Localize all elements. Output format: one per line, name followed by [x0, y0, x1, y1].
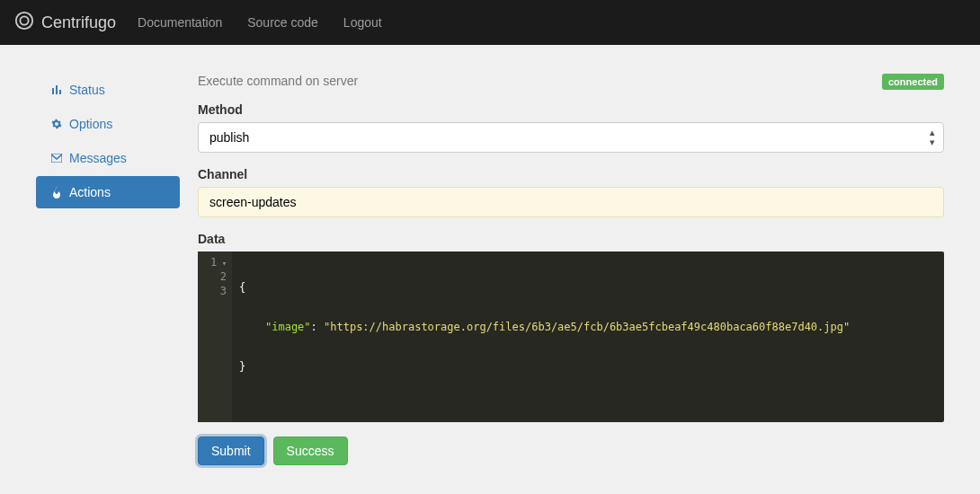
- brand-label: Centrifugo: [41, 13, 116, 32]
- sidebar-item-status[interactable]: Status: [36, 74, 180, 106]
- channel-input[interactable]: [198, 187, 944, 217]
- sidebar-item-label: Messages: [69, 151, 127, 165]
- nav-link-logout[interactable]: Logout: [343, 15, 382, 30]
- sidebar-item-messages[interactable]: Messages: [36, 142, 180, 174]
- submit-button[interactable]: Submit: [198, 437, 264, 465]
- svg-rect-2: [52, 88, 54, 94]
- sidebar-item-label: Actions: [69, 185, 111, 199]
- editor-code[interactable]: { "image": "https://habrastorage.org/fil…: [232, 251, 944, 422]
- success-button[interactable]: Success: [273, 437, 348, 465]
- page-subtitle: Execute command on server: [198, 74, 358, 88]
- svg-rect-3: [56, 85, 58, 94]
- method-select[interactable]: publish: [198, 122, 944, 153]
- navbar: Centrifugo Documentation Source code Log…: [0, 0, 980, 45]
- fire-icon: [49, 186, 64, 198]
- bars-icon: [49, 84, 64, 95]
- main-content: Execute command on server connected Meth…: [198, 74, 944, 483]
- data-json-editor[interactable]: 1 2 3 { "image": "https://habrastorage.o…: [198, 251, 944, 422]
- envelope-icon: [49, 154, 64, 163]
- nav-links: Documentation Source code Logout: [138, 15, 382, 30]
- data-label: Data: [198, 232, 944, 246]
- svg-point-1: [20, 16, 28, 24]
- nav-link-source-code[interactable]: Source code: [247, 15, 318, 30]
- editor-gutter: 1 2 3: [198, 251, 232, 422]
- sidebar-item-label: Options: [69, 117, 112, 131]
- method-label: Method: [198, 102, 944, 117]
- sidebar-item-label: Status: [69, 83, 105, 97]
- svg-rect-4: [59, 90, 61, 94]
- brand[interactable]: Centrifugo: [14, 11, 116, 35]
- svg-point-0: [16, 12, 32, 28]
- nav-link-documentation[interactable]: Documentation: [138, 15, 222, 30]
- sidebar-item-options[interactable]: Options: [36, 108, 180, 140]
- connection-status-badge: connected: [882, 74, 944, 90]
- sidebar: Status Options Messages: [36, 74, 180, 483]
- gear-icon: [49, 119, 64, 129]
- sidebar-item-actions[interactable]: Actions: [36, 176, 180, 208]
- centrifugo-logo-icon: [14, 11, 41, 35]
- channel-label: Channel: [198, 167, 944, 181]
